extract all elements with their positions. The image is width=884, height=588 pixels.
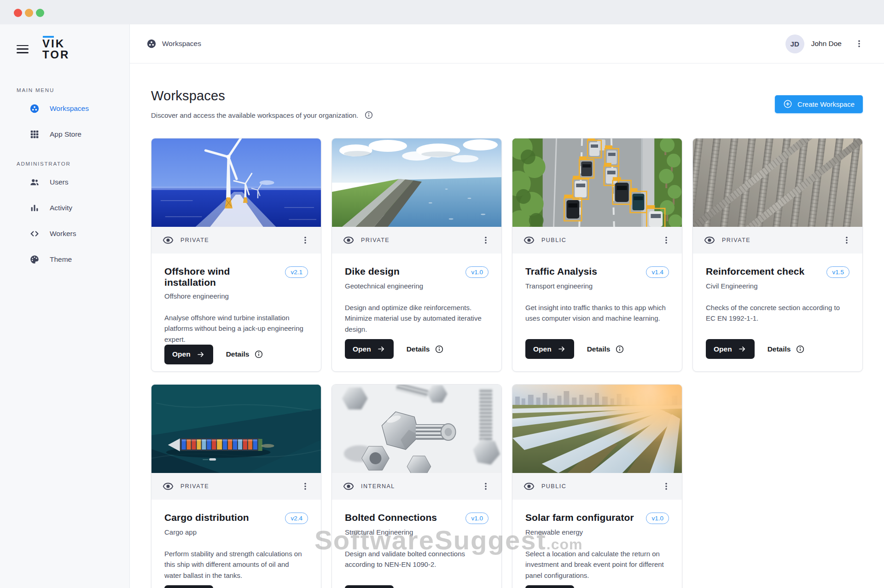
open-button[interactable]: Open — [164, 345, 213, 364]
open-button[interactable]: Open — [525, 339, 574, 359]
avatar[interactable]: JD — [785, 35, 804, 53]
card-title: Offshore wind installation — [164, 266, 279, 288]
window-titlebar — [0, 0, 884, 24]
open-button[interactable]: Open — [525, 585, 574, 588]
window-close-button[interactable] — [14, 9, 22, 17]
user-zone: JD John Doe — [785, 35, 864, 53]
window-minimize-button[interactable] — [25, 9, 33, 17]
administrator-heading: ADMINISTRATOR — [0, 161, 129, 167]
visibility-bar: PUBLIC — [512, 473, 682, 500]
sidebar-item-users[interactable]: Users — [0, 169, 129, 195]
details-button[interactable]: Details — [768, 345, 805, 354]
card-category: Offshore engineering — [164, 292, 308, 300]
card-description: Checks of the concrete section according… — [706, 302, 849, 324]
open-button[interactable]: Open — [345, 585, 394, 588]
version-badge: v2.1 — [285, 266, 308, 278]
card-kebab-menu-icon[interactable] — [481, 236, 490, 245]
card-image-cargo-ship — [151, 385, 321, 473]
card-kebab-menu-icon[interactable] — [301, 236, 310, 245]
card-description: Design and validate bolted connections a… — [345, 548, 488, 570]
details-button[interactable]: Details — [407, 345, 444, 354]
sidebar-item-workers[interactable]: Workers — [0, 221, 129, 247]
arrow-right-icon — [558, 345, 566, 353]
breadcrumb-label: Workspaces — [162, 40, 201, 48]
card-kebab-menu-icon[interactable] — [662, 236, 671, 245]
version-badge: v1.0 — [465, 513, 489, 524]
visibility-bar: PRIVATE — [332, 227, 501, 254]
breadcrumb[interactable]: Workspaces — [146, 39, 201, 49]
card-category: Geotechnical engineering — [345, 282, 489, 290]
palette-icon — [29, 254, 40, 265]
card-kebab-menu-icon[interactable] — [481, 482, 490, 491]
details-button[interactable]: Details — [226, 350, 264, 359]
main-menu-heading: MAIN MENU — [0, 87, 129, 93]
visibility-bar: INTERNAL — [332, 473, 501, 500]
sidebar-item-theme[interactable]: Theme — [0, 247, 129, 272]
sidebar-item-activity[interactable]: Activity — [0, 195, 129, 221]
visibility-label: PUBLIC — [541, 483, 566, 490]
workspaces-icon — [146, 39, 157, 49]
visibility-label: PRIVATE — [180, 237, 209, 243]
card-image-bolts — [332, 385, 501, 473]
sidebar: VIK TOR MAIN MENU Workspaces App Store A… — [0, 24, 130, 588]
info-icon — [435, 345, 444, 354]
header-kebab-menu-icon[interactable] — [855, 39, 864, 48]
card-kebab-menu-icon[interactable] — [842, 236, 851, 245]
create-workspace-button[interactable]: Create Workspace — [775, 95, 863, 113]
card-image-traffic — [512, 138, 682, 227]
card-image-rebar — [693, 138, 862, 227]
details-button[interactable]: Details — [587, 345, 625, 354]
sidebar-item-workspaces[interactable]: Workspaces — [0, 96, 129, 121]
top-header: Workspaces JD John Doe — [130, 24, 884, 63]
card-title: Dike design — [345, 266, 400, 277]
sidebar-item-app-store[interactable]: App Store — [0, 121, 129, 147]
app-store-icon — [29, 129, 40, 139]
brand-row: VIK TOR — [0, 24, 129, 60]
version-badge: v1.4 — [646, 266, 669, 278]
card-kebab-menu-icon[interactable] — [301, 482, 310, 491]
card-description: Perform stability and strength calculati… — [164, 548, 307, 581]
page-title: Workspaces — [151, 88, 373, 104]
card-kebab-menu-icon[interactable] — [662, 482, 671, 491]
hamburger-menu-icon[interactable] — [17, 44, 30, 54]
card-category: Structural Engineering — [345, 528, 489, 536]
version-badge: v1.0 — [646, 513, 669, 524]
visibility-label: PRIVATE — [361, 237, 390, 243]
card-title: Solar farm configurator — [525, 512, 634, 523]
plus-circle-icon — [783, 99, 792, 109]
card-description: Select a location and calculate the retu… — [525, 548, 668, 581]
code-brackets-icon — [29, 229, 40, 239]
info-icon[interactable] — [364, 110, 373, 120]
activity-chart-icon — [29, 203, 40, 213]
sidebar-item-label: App Store — [50, 130, 81, 138]
card-title: Reinforcement check — [706, 266, 804, 277]
workspaces-icon — [29, 104, 40, 114]
card-category: Cargo app — [164, 528, 308, 536]
viktor-logo: VIK TOR — [42, 38, 70, 60]
eye-icon — [163, 235, 174, 246]
version-badge: v2.4 — [285, 513, 308, 524]
open-button[interactable]: Open — [164, 585, 213, 588]
info-icon — [615, 345, 624, 354]
card-description: Get insight into traffic thanks to this … — [525, 302, 668, 324]
sidebar-item-label: Activity — [50, 204, 72, 212]
open-button[interactable]: Open — [345, 339, 394, 359]
eye-icon — [523, 481, 535, 492]
main-content: Workspaces Discover and access the avail… — [130, 63, 884, 588]
eye-icon — [343, 481, 354, 492]
visibility-label: PRIVATE — [180, 483, 209, 490]
version-badge: v1.5 — [826, 266, 849, 278]
card-category: Transport engineering — [525, 282, 669, 290]
version-badge: v1.0 — [465, 266, 489, 278]
card-category: Renewable energy — [525, 528, 669, 536]
sidebar-item-label: Users — [50, 178, 68, 186]
open-button[interactable]: Open — [706, 339, 755, 359]
visibility-label: PRIVATE — [722, 237, 750, 243]
page-subtitle: Discover and access the available worksp… — [151, 111, 358, 119]
visibility-label: INTERNAL — [361, 483, 395, 490]
visibility-bar: PUBLIC — [512, 227, 682, 254]
info-icon — [796, 345, 805, 354]
visibility-bar: PRIVATE — [151, 473, 321, 500]
workspace-card: INTERNAL Bolted Connections v1.0 Structu… — [332, 384, 502, 588]
window-zoom-button[interactable] — [36, 9, 44, 17]
